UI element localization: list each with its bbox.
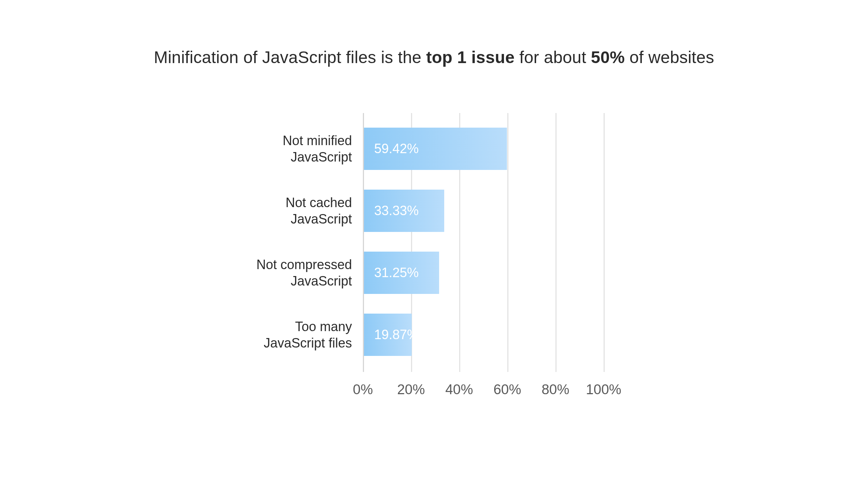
x-tick-label: 100% [586, 382, 621, 397]
x-tick-label: 20% [397, 382, 425, 397]
bar-value-label: 59.42% [374, 141, 419, 156]
bar: 33.33% [364, 190, 444, 232]
y-category-label: Not minified JavaScript [181, 128, 352, 170]
bar-value-label: 33.33% [374, 203, 419, 218]
title-text-3: of websites [625, 48, 714, 67]
title-bold-2: 50% [591, 48, 625, 67]
bar: 19.87% [364, 314, 412, 356]
gridline [507, 113, 508, 372]
gridline [555, 113, 557, 372]
bar-value-label: 19.87% [374, 327, 419, 342]
x-tick-label: 40% [445, 382, 473, 397]
title-bold-1: top 1 issue [426, 48, 515, 67]
bar-chart: Not minified JavaScript Not cached JavaS… [181, 113, 695, 419]
y-category-label: Not cached JavaScript [181, 190, 352, 232]
y-category-label: Too many JavaScript files [181, 314, 352, 356]
bar: 59.42% [364, 128, 507, 170]
plot-area: 59.42% 33.33% 31.25% 19.87% 0% 20% 40% 6… [363, 113, 604, 372]
y-category-label: Not compressed JavaScript [181, 252, 352, 294]
chart-title: Minification of JavaScript files is the … [0, 47, 868, 67]
x-tick-label: 0% [353, 382, 373, 397]
bar-value-label: 31.25% [374, 265, 419, 280]
gridline [604, 113, 605, 372]
bar: 31.25% [364, 252, 439, 294]
page: Minification of JavaScript files is the … [0, 0, 868, 485]
x-tick-label: 80% [542, 382, 569, 397]
title-text-2: for about [515, 48, 591, 67]
title-text-1: Minification of JavaScript files is the [154, 48, 426, 67]
x-tick-label: 60% [493, 382, 521, 397]
